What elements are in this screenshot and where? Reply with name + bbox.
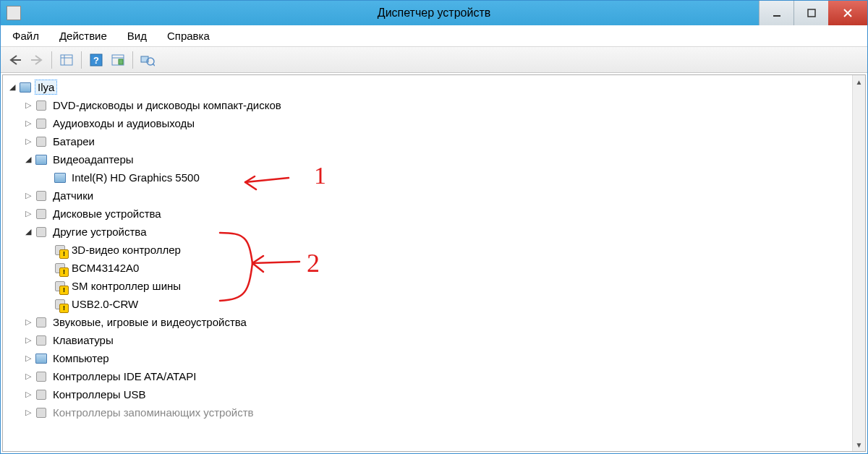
svg-text:?: ? bbox=[93, 55, 99, 66]
tree-item-other-devices[interactable]: ◢ Другие устройства bbox=[3, 223, 852, 241]
unknown-device-icon bbox=[54, 244, 67, 257]
audio-io-icon bbox=[35, 117, 48, 130]
unknown-device-icon bbox=[54, 298, 67, 311]
toolbar: ? bbox=[1, 47, 867, 73]
usb-controller-icon bbox=[35, 388, 48, 401]
tree-item-intel-hd[interactable]: Intel(R) HD Graphics 5500 bbox=[3, 168, 852, 187]
close-button[interactable] bbox=[828, 1, 867, 25]
tree-root-label: Ilya bbox=[35, 80, 57, 95]
tree-item-usb-crw[interactable]: USB2.0-CRW bbox=[3, 295, 852, 313]
menubar: Файл Действие Вид Справка bbox=[1, 25, 867, 47]
tree-item-batteries[interactable]: ▷ Батареи bbox=[3, 132, 852, 150]
tree-item-ide[interactable]: ▷ Контроллеры IDE ATA/ATAPI bbox=[3, 367, 852, 385]
computer-icon bbox=[19, 81, 32, 94]
tree-item-sm-bus[interactable]: SM контроллер шины bbox=[3, 277, 852, 295]
device-manager-window: Диспетчер устройств Файл Действие Вид Сп… bbox=[0, 0, 868, 454]
tree-item-dvd[interactable]: ▷ DVD-дисководы и дисководы компакт-диск… bbox=[3, 96, 852, 114]
tree-item-bcm[interactable]: BCM43142A0 bbox=[3, 259, 852, 277]
tree-item-usb[interactable]: ▷ Контроллеры USB bbox=[3, 385, 852, 403]
svg-rect-1 bbox=[808, 9, 815, 17]
minimize-icon bbox=[773, 9, 781, 17]
svg-rect-0 bbox=[773, 15, 780, 17]
toolbar-separator bbox=[81, 51, 82, 69]
unknown-device-icon bbox=[54, 262, 67, 275]
menu-file[interactable]: Файл bbox=[4, 28, 48, 43]
expander-icon[interactable]: ▷ bbox=[23, 137, 33, 146]
disk-icon bbox=[35, 207, 48, 220]
ide-controller-icon bbox=[35, 370, 48, 383]
tree-item-video-adapters[interactable]: ◢ Видеоадаптеры bbox=[3, 150, 852, 168]
expander-icon[interactable]: ▷ bbox=[23, 209, 33, 218]
help-icon: ? bbox=[90, 53, 103, 67]
toolbar-forward-button[interactable] bbox=[27, 50, 47, 70]
svg-rect-9 bbox=[119, 59, 123, 64]
disc-drive-icon bbox=[35, 99, 48, 112]
expander-icon[interactable]: ◢ bbox=[23, 227, 33, 236]
arrow-right-icon bbox=[30, 54, 44, 66]
expander-icon[interactable]: ▷ bbox=[23, 335, 33, 345]
scroll-down-button[interactable]: ▼ bbox=[853, 438, 865, 451]
expander-icon[interactable]: ▷ bbox=[23, 191, 33, 200]
device-tree: ◢ Ilya ▷ DVD-дисководы и дисководы компа… bbox=[3, 75, 852, 451]
maximize-button[interactable] bbox=[793, 1, 828, 25]
expander-icon[interactable]: ▷ bbox=[23, 354, 33, 363]
tree-root[interactable]: ◢ Ilya bbox=[3, 78, 852, 96]
grid-icon bbox=[60, 54, 73, 66]
tree-item-audio-io[interactable]: ▷ Аудиовходы и аудиовыходы bbox=[3, 114, 852, 132]
sound-icon bbox=[35, 316, 48, 329]
tree-item-sensors[interactable]: ▷ Датчики bbox=[3, 187, 852, 205]
sensor-icon bbox=[35, 189, 48, 202]
menu-view[interactable]: Вид bbox=[119, 28, 156, 43]
toolbar-scan-button[interactable] bbox=[137, 50, 158, 70]
window-title: Диспетчер устройств bbox=[378, 7, 490, 20]
expander-icon[interactable]: ▷ bbox=[23, 390, 33, 399]
expander-icon[interactable]: ◢ bbox=[23, 155, 33, 164]
toolbar-show-hidden-button[interactable] bbox=[56, 50, 77, 70]
expander-icon[interactable]: ▷ bbox=[23, 317, 33, 327]
minimize-button[interactable] bbox=[759, 1, 793, 25]
titlebar: Диспетчер устройств bbox=[1, 1, 867, 25]
toolbar-properties-button[interactable] bbox=[108, 50, 128, 70]
toolbar-separator bbox=[132, 51, 133, 69]
app-icon bbox=[7, 6, 21, 20]
scan-icon bbox=[140, 53, 155, 67]
tree-item-keyboards[interactable]: ▷ Клавиатуры bbox=[3, 331, 852, 349]
content-area: ◢ Ilya ▷ DVD-дисководы и дисководы компа… bbox=[2, 74, 866, 452]
tree-item-disk-devices[interactable]: ▷ Дисковые устройства bbox=[3, 205, 852, 223]
menu-help[interactable]: Справка bbox=[158, 28, 218, 43]
expander-icon[interactable]: ▷ bbox=[23, 408, 33, 417]
scroll-up-button[interactable]: ▲ bbox=[853, 75, 865, 88]
computer-icon bbox=[35, 352, 48, 365]
menu-action[interactable]: Действие bbox=[51, 28, 116, 43]
keyboard-icon bbox=[35, 334, 48, 347]
tree-item-sound-game[interactable]: ▷ Звуковые, игровые и видеоустройства bbox=[3, 313, 852, 331]
display-adapter-icon bbox=[54, 171, 67, 184]
expander-icon[interactable]: ▷ bbox=[23, 100, 33, 110]
close-icon bbox=[843, 8, 853, 18]
svg-rect-2 bbox=[61, 55, 72, 65]
maximize-icon bbox=[807, 9, 816, 17]
expander-icon[interactable]: ▷ bbox=[23, 119, 33, 128]
tree-item-partial[interactable]: ▷ Контроллеры запоминающих устройств bbox=[3, 403, 852, 421]
toolbar-back-button[interactable] bbox=[5, 50, 25, 70]
unknown-device-icon bbox=[54, 280, 67, 293]
tree-item-3d-video[interactable]: 3D-видео контроллер bbox=[3, 241, 852, 259]
toolbar-separator bbox=[51, 51, 52, 69]
expander-icon[interactable]: ◢ bbox=[7, 82, 17, 92]
window-controls bbox=[759, 1, 867, 25]
expander-icon[interactable]: ▷ bbox=[23, 372, 33, 381]
properties-icon bbox=[111, 54, 124, 66]
toolbar-help-button[interactable]: ? bbox=[86, 50, 106, 70]
arrow-left-icon bbox=[8, 54, 22, 66]
tree-item-computer[interactable]: ▷ Компьютер bbox=[3, 349, 852, 367]
other-devices-icon bbox=[35, 226, 48, 239]
display-adapter-icon bbox=[35, 153, 48, 166]
svg-line-12 bbox=[153, 64, 155, 66]
battery-icon bbox=[35, 135, 48, 148]
storage-controller-icon bbox=[35, 406, 48, 419]
vertical-scrollbar[interactable]: ▲ ▼ bbox=[852, 75, 865, 451]
